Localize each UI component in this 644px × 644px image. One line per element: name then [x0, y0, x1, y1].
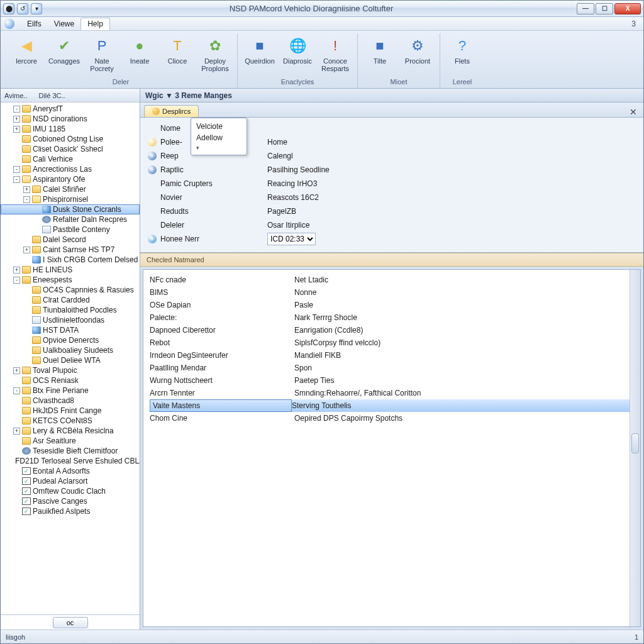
list-row[interactable]: NFc cnadeNet Ltadic	[150, 274, 634, 286]
expand-icon[interactable]: +	[13, 126, 20, 133]
close-button[interactable]: X	[614, 3, 641, 14]
tree-item[interactable]: +IMU 1185	[1, 124, 140, 134]
tree-item[interactable]: Clrat Cardded	[1, 295, 140, 305]
list-row[interactable]: OSe DapianPasle	[150, 299, 634, 311]
ribbon-button[interactable]: ✔Conagges	[46, 33, 82, 78]
expand-icon[interactable]: -	[23, 196, 30, 203]
property-row[interactable]: RedudtsPagelZB	[148, 204, 636, 218]
tree-item[interactable]: +Lery & RCBéla Resiclna	[1, 426, 140, 436]
tree-item[interactable]: Refalter Daln Recpres	[1, 214, 140, 225]
tree-item[interactable]: Cobioned Ostng Lise	[1, 134, 140, 144]
expand-icon[interactable]: +	[23, 186, 30, 193]
orb-icon[interactable]	[4, 19, 14, 29]
tree-item[interactable]: -Btx Fine Periane	[1, 386, 140, 396]
sidebar-h2[interactable]: Dilé 3C..	[38, 92, 76, 99]
popup-item-1[interactable]: Velciote	[196, 121, 242, 132]
ribbon-button[interactable]: ■Tilte	[362, 33, 398, 78]
tree-item[interactable]: OC4S Capnnies & Rasuies	[1, 285, 140, 295]
ribbon-button[interactable]: ■Queirdion	[242, 33, 278, 78]
expand-icon[interactable]: +	[13, 267, 20, 274]
qat-icon-2[interactable]: ▾	[31, 3, 42, 14]
ribbon-button[interactable]: TClioce	[159, 33, 196, 78]
tree-item[interactable]: HkJtDS Fnint Cange	[1, 406, 140, 416]
list-row[interactable]: BIMSNonne	[150, 286, 634, 299]
expand-icon[interactable]: -	[13, 387, 20, 394]
property-row[interactable]: •Honee NerrICD 02:33	[148, 232, 636, 246]
tab-desplircs[interactable]: Desplircs	[144, 105, 199, 117]
expand-icon[interactable]: +	[23, 247, 30, 253]
expand-icon[interactable]: +	[13, 116, 20, 123]
menu-viewe[interactable]: Viewe	[48, 18, 80, 30]
sidebar-h1[interactable]: Avime..	[4, 92, 38, 99]
tree-item[interactable]: Cali Verhice	[1, 154, 140, 164]
tree-item[interactable]: Tiunbaloithed Pocdles	[1, 305, 140, 315]
tree-item[interactable]: Asr Seaitlure	[1, 436, 140, 446]
expand-icon[interactable]: -	[13, 106, 20, 113]
tree-item[interactable]: -AnerysfT	[1, 104, 140, 114]
tree-item[interactable]: Pudeal Aclarsort	[1, 476, 140, 486]
tree-item[interactable]: Omftew Coudic Clach	[1, 486, 140, 496]
tab-close-icon[interactable]: ✕	[623, 107, 643, 117]
tree-view[interactable]: -AnerysfT+NSD cinorations+IMU 1185Cobion…	[1, 103, 140, 614]
tree-item[interactable]: +Caint Sarnse HS TP7	[1, 245, 140, 255]
menu-eilfs[interactable]: Eilfs	[21, 18, 48, 30]
ribbon-button[interactable]: ⚙Prociont	[399, 33, 436, 78]
tree-item[interactable]: Pauikfied Aslpets	[1, 506, 140, 516]
tree-item[interactable]: Eontal A Adsorfts	[1, 466, 140, 476]
expand-icon[interactable]: -	[13, 166, 20, 173]
tree-item[interactable]: -Aspirantory Ofe	[1, 174, 140, 184]
tree-item[interactable]: KETCS COeNt8S	[1, 416, 140, 426]
tree-item[interactable]: FD21D Terloseal Serve Eshuled CBLA	[1, 456, 140, 466]
tree-item[interactable]: +Toval Plupoic	[1, 365, 140, 375]
tree-item[interactable]: Tesesidle Bieft Clemitfoor	[1, 446, 140, 456]
tree-item[interactable]: Usdlinieletfoondas	[1, 315, 140, 325]
expand-icon[interactable]: +	[13, 367, 20, 374]
tree-item[interactable]: Clvasthcad8	[1, 396, 140, 406]
maximize-button[interactable]: ☐	[596, 3, 613, 14]
tree-item[interactable]: Pastblle Conteny	[1, 225, 140, 235]
list-row[interactable]: Irndeon DegSinteeruferMandiell FlKB	[150, 349, 634, 362]
qat-icon-1[interactable]: ↺	[17, 3, 28, 14]
tree-item[interactable]: OCS Reniask	[1, 375, 140, 386]
list-row[interactable]: Wurng NottscheertPaetep Ties	[150, 374, 634, 387]
tree-item[interactable]: -Eneespests	[1, 275, 140, 285]
ok-button[interactable]: oc	[53, 617, 88, 628]
property-row[interactable]: NovierReascots 16C2	[148, 191, 636, 204]
list-row[interactable]: RebotSiplsfCorpsy ffind velcclo)	[150, 336, 634, 349]
scrollbar[interactable]	[630, 270, 640, 626]
ribbon-button[interactable]: !Conoce Resparts	[317, 33, 353, 78]
list-row[interactable]: Paatlling MendarSpon	[150, 362, 634, 374]
ribbon-button[interactable]: ●Ineate	[121, 33, 158, 78]
menu-help[interactable]: Help	[80, 18, 110, 30]
ribbon-button[interactable]: ◀lercore	[8, 33, 45, 78]
list-row[interactable]: Chom CineOepired DPS Capoirmy Spotchs	[150, 412, 634, 425]
tree-item[interactable]: -Ancrectioniss Las	[1, 164, 140, 174]
popup-item-2[interactable]: Adellow	[196, 132, 242, 143]
tree-item[interactable]: +NSD cinorations	[1, 114, 140, 124]
minimize-button[interactable]: —	[577, 3, 594, 14]
ribbon-button[interactable]: ✿Deploy Proplons	[197, 33, 233, 78]
tree-item[interactable]: I Sixh CRGB Cortem Delsed	[1, 255, 140, 265]
dropdown-popup[interactable]: Velciote Adellow ▾	[191, 118, 247, 155]
mid-tab[interactable]: Checled Natmared	[140, 253, 643, 267]
ribbon-button[interactable]: PNate Pocrety	[84, 33, 120, 78]
tree-item[interactable]: Cliset Oasick' Sshecl	[1, 144, 140, 154]
scroll-thumb[interactable]	[631, 433, 639, 453]
tree-item[interactable]: HST DATA	[1, 325, 140, 335]
tree-item[interactable]: -Phispirornisel	[1, 194, 140, 204]
property-row[interactable]: DelelerOsar Itirplice	[148, 218, 636, 232]
prop-select[interactable]: ICD 02:33	[267, 233, 316, 245]
ribbon-button[interactable]: 🌐Diaprosic	[279, 33, 316, 78]
tree-item[interactable]: +Calel Sfiriñer	[1, 184, 140, 194]
tree-item[interactable]: Dusk Stone Cicranls	[1, 204, 140, 214]
tree-item[interactable]: Ouel Deliee WTA	[1, 355, 140, 365]
list-row[interactable]: Vaite MastensSterving Touthelis	[150, 399, 634, 412]
tree-item[interactable]: Opvioe Denercts	[1, 335, 140, 345]
list-row[interactable]: Palecte:Nark Terrrg Shocle	[150, 311, 634, 324]
property-row[interactable]: •RaptlicPasilhing Seodline	[148, 163, 636, 177]
ribbon-button[interactable]: ?Flets	[444, 33, 480, 78]
list-row[interactable]: Arcrn TennterSmnding:Rehaorre/, Fafthica…	[150, 387, 634, 399]
expand-icon[interactable]: +	[13, 428, 20, 435]
tree-item[interactable]: Ualkboaliey Siudeets	[1, 345, 140, 355]
tree-item[interactable]: +HE LINEUS	[1, 265, 140, 275]
